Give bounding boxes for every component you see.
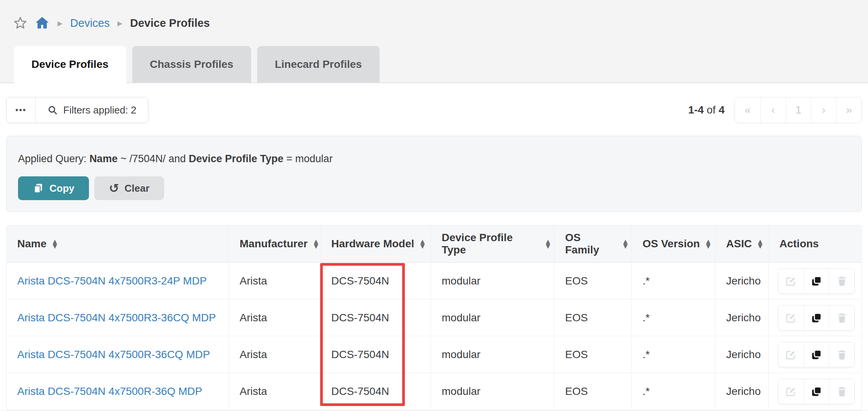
column-label: Hardware Model — [331, 238, 414, 250]
edit-button[interactable] — [778, 306, 804, 330]
device-profile-link[interactable]: Arista DCS-7504N 4x7500R-36Q MDP — [17, 385, 202, 397]
clear-button-label: Clear — [125, 182, 150, 194]
copy-query-button[interactable]: Copy — [18, 176, 89, 200]
filters-applied-label: Filters applied: 2 — [63, 104, 136, 116]
previous-page-button[interactable]: ‹ — [760, 97, 786, 123]
column-label: Manufacturer — [240, 238, 307, 250]
query-prefix: Applied Query: — [18, 153, 87, 164]
tab-device-profiles[interactable]: Device Profiles — [14, 46, 126, 83]
column-label: Device Profile Type — [442, 232, 539, 256]
cell-asic: Jericho — [715, 373, 769, 410]
edit-button[interactable] — [778, 379, 804, 404]
copy-button[interactable] — [804, 379, 829, 404]
cell-hardware-model: DCS-7504N — [321, 299, 431, 336]
filters-applied-button[interactable]: Filters applied: 2 — [36, 97, 148, 123]
column-header-os-version[interactable]: OS Version▲▼ — [632, 225, 715, 263]
copy-button[interactable] — [804, 342, 829, 367]
device-profile-link[interactable]: Arista DCS-7504N 4x7500R-36CQ MDP — [17, 349, 210, 360]
cell-name: Arista DCS-7504N 4x7500R-36Q MDP — [7, 373, 229, 410]
query-value: modular — [295, 153, 333, 164]
search-icon — [47, 105, 58, 115]
cell-hardware-model: DCS-7504N — [321, 336, 431, 373]
favorite-star-icon[interactable] — [13, 16, 28, 30]
last-page-button[interactable]: » — [836, 97, 861, 123]
breadcrumb-separator-icon: ▸ — [57, 18, 63, 28]
cell-actions — [769, 336, 861, 373]
query-operator: ~ — [120, 153, 127, 164]
tab-linecard-profiles[interactable]: Linecard Profiles — [257, 46, 380, 83]
cell-manufacturer: Arista — [229, 373, 321, 410]
toolbar: ••• Filters applied: 2 1-4 of 4 « ‹ — [6, 83, 862, 123]
cell-os-family: EOS — [554, 299, 632, 336]
home-icon[interactable] — [35, 15, 50, 31]
cell-hardware-model: DCS-7504N — [321, 373, 431, 410]
query-field-type: Device Profile Type — [189, 153, 283, 164]
query-field-name: Name — [89, 153, 118, 164]
device-profiles-table-wrap: Name▲▼ Manufacturer▲▼ Hardware Model▲▼ D… — [6, 225, 862, 410]
cell-asic: Jericho — [715, 263, 769, 299]
cell-device-profile-type: modular — [431, 263, 554, 299]
query-operator: = — [286, 153, 293, 164]
cell-actions — [769, 373, 861, 410]
table-row: Arista DCS-7504N 4x7500R-36CQ MDP Arista… — [7, 336, 861, 373]
cell-hardware-model: DCS-7504N — [321, 263, 431, 299]
delete-button[interactable] — [829, 379, 854, 404]
pagination-range: 1-4 of 4 — [688, 104, 725, 116]
cell-actions — [769, 299, 861, 336]
sort-icon: ▲▼ — [314, 239, 318, 248]
pagination-range-values: 1-4 — [688, 104, 704, 116]
cell-device-profile-type: modular — [431, 336, 554, 373]
row-action-group — [778, 342, 855, 367]
edit-button[interactable] — [778, 342, 804, 367]
pagination-total: 4 — [718, 104, 725, 116]
column-label: Actions — [779, 238, 819, 250]
column-header-device-profile-type[interactable]: Device Profile Type▲▼ — [431, 225, 554, 263]
delete-button[interactable] — [829, 269, 854, 293]
cell-name: Arista DCS-7504N 4x7500R3-36CQ MDP — [7, 299, 229, 336]
column-header-os-family[interactable]: OS Family▲▼ — [554, 225, 632, 263]
column-label: OS Version — [643, 238, 700, 250]
filter-button-group: ••• Filters applied: 2 — [6, 97, 148, 123]
cell-manufacturer: Arista — [229, 336, 321, 373]
cell-os-family: EOS — [554, 263, 632, 299]
cell-name: Arista DCS-7504N 4x7500R-36CQ MDP — [7, 336, 229, 373]
column-header-asic[interactable]: ASIC▲▼ — [715, 225, 769, 263]
sort-icon: ▲▼ — [758, 239, 763, 248]
column-header-actions: Actions — [769, 225, 861, 263]
copy-icon — [33, 182, 44, 194]
row-action-group — [778, 268, 855, 294]
page-number-button[interactable]: 1 — [786, 97, 811, 123]
breadcrumb-current-page: Device Profiles — [130, 17, 210, 30]
undo-icon: ↺ — [109, 182, 119, 194]
query-conjunction: and — [169, 153, 186, 164]
device-profile-link[interactable]: Arista DCS-7504N 4x7500R3-24P MDP — [17, 275, 207, 287]
more-options-button[interactable]: ••• — [7, 97, 36, 123]
copy-button[interactable] — [804, 306, 829, 330]
clear-query-button[interactable]: ↺ Clear — [94, 176, 164, 200]
tab-chassis-profiles[interactable]: Chassis Profiles — [132, 46, 251, 83]
device-profile-link[interactable]: Arista DCS-7504N 4x7500R3-36CQ MDP — [17, 312, 216, 324]
delete-button[interactable] — [829, 306, 854, 330]
column-label: Name — [17, 238, 46, 250]
copy-button[interactable] — [804, 269, 829, 293]
cell-asic: Jericho — [715, 336, 769, 373]
edit-button[interactable] — [778, 269, 804, 293]
cell-manufacturer: Arista — [229, 263, 321, 299]
breadcrumb-link-devices[interactable]: Devices — [70, 17, 110, 30]
delete-button[interactable] — [829, 342, 854, 367]
sort-icon: ▲▼ — [420, 239, 425, 248]
query-value: /7504N/ — [129, 153, 166, 164]
copy-button-label: Copy — [49, 182, 74, 194]
main-content: ••• Filters applied: 2 1-4 of 4 « ‹ — [0, 83, 868, 410]
next-page-button[interactable]: › — [811, 97, 836, 123]
row-action-group — [778, 379, 855, 404]
column-header-manufacturer[interactable]: Manufacturer▲▼ — [229, 225, 321, 263]
column-header-hardware-model[interactable]: Hardware Model▲▼ — [321, 225, 431, 263]
breadcrumb: ▸ Devices ▸ Device Profiles — [0, 0, 868, 35]
sort-icon: ▲▼ — [706, 239, 710, 248]
cell-os-version: .* — [632, 336, 715, 373]
column-header-name[interactable]: Name▲▼ — [7, 225, 229, 263]
cell-asic: Jericho — [715, 299, 769, 336]
table-header-row: Name▲▼ Manufacturer▲▼ Hardware Model▲▼ D… — [7, 225, 861, 263]
first-page-button[interactable]: « — [735, 97, 760, 123]
